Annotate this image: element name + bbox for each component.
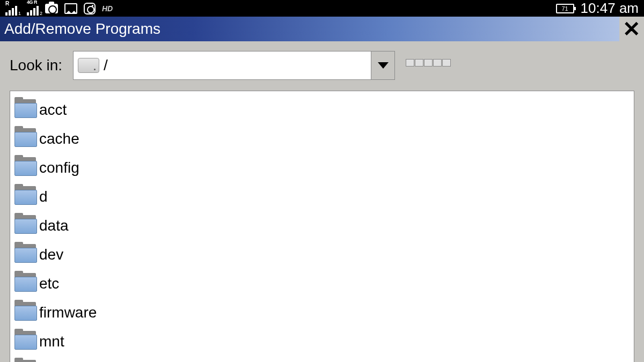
drive-icon	[78, 58, 99, 73]
nav-up-icon[interactable]	[406, 59, 414, 67]
folder-label: dev	[39, 246, 63, 263]
folder-icon	[14, 247, 37, 263]
folder-label: config	[39, 159, 79, 176]
folder-label: mnt	[39, 333, 64, 350]
folder-label: d	[39, 188, 48, 205]
folder-label: firmware	[39, 304, 97, 321]
folder-label: etc	[39, 275, 59, 292]
view-list-icon[interactable]	[424, 59, 433, 67]
view-more-icon[interactable]	[442, 59, 451, 67]
file-list: acct cache config d data dev etc firmwar…	[10, 91, 634, 362]
camera-icon	[45, 4, 58, 13]
look-in-dropdown[interactable]: /	[73, 51, 395, 80]
folder-label: acct	[39, 101, 67, 119]
view-details-icon[interactable]	[433, 59, 442, 67]
dialog-body: Look in: / acct cache config d data dev …	[0, 41, 644, 362]
folder-item[interactable]: data	[14, 212, 114, 239]
folder-item[interactable]: config	[14, 154, 114, 181]
folder-item[interactable]: etc	[14, 270, 114, 297]
folder-icon	[14, 160, 37, 176]
folder-item[interactable]: acct	[14, 97, 114, 123]
folder-label: data	[39, 217, 69, 234]
hd-icon: HD	[102, 4, 113, 13]
folder-item[interactable]: firmware	[14, 299, 114, 326]
folder-item[interactable]: proc	[14, 357, 114, 362]
new-folder-icon[interactable]	[415, 59, 423, 67]
android-status-bar: R 1 4G R 2 HD 71 10:47 am	[0, 0, 644, 17]
folder-icon	[14, 305, 37, 321]
folder-icon	[14, 131, 37, 147]
clock: 10:47 am	[581, 0, 639, 17]
folder-icon	[14, 218, 37, 234]
window-title: Add/Remove Programs	[4, 20, 160, 38]
dropdown-toggle[interactable]	[371, 51, 394, 79]
folder-label: cache	[39, 130, 79, 147]
current-path: /	[104, 57, 108, 74]
folder-item[interactable]: mnt	[14, 328, 114, 355]
signal-2-icon: 4G R 2	[27, 2, 39, 16]
folder-icon	[14, 102, 37, 118]
close-button[interactable]: ✕	[619, 17, 644, 41]
folder-item[interactable]: dev	[14, 241, 114, 268]
signal-1-icon: R 1	[5, 2, 17, 16]
folder-icon	[14, 334, 37, 350]
battery-icon: 71	[556, 4, 574, 13]
folder-icon	[14, 189, 37, 205]
window-title-bar: Add/Remove Programs ✕	[0, 17, 644, 41]
view-toolbar	[406, 59, 451, 67]
folder-item[interactable]: cache	[14, 125, 114, 152]
folder-icon	[14, 276, 37, 292]
folder-item[interactable]: d	[14, 183, 114, 210]
look-in-label: Look in:	[10, 57, 62, 74]
instagram-icon	[84, 3, 96, 14]
image-icon	[64, 3, 77, 14]
